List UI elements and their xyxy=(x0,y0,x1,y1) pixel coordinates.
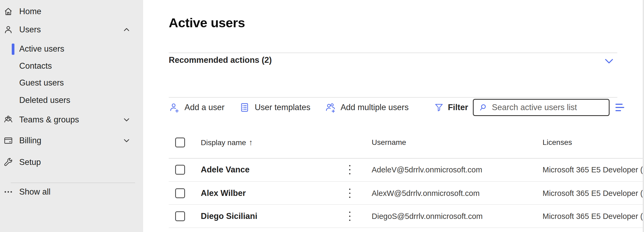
sidebar-item-label: Contacts xyxy=(19,61,52,71)
sidebar-item-label: Active users xyxy=(19,44,64,54)
table-row: Diego Siciliani DiegoS@5drrlv.onmicrosof… xyxy=(0,205,644,228)
add-multiple-users-label: Add multiple users xyxy=(340,103,409,112)
search-box[interactable] xyxy=(473,99,610,116)
user-templates-button[interactable]: User templates xyxy=(239,102,310,113)
people-icon xyxy=(3,115,13,125)
sidebar-item-label: Teams & groups xyxy=(19,115,79,125)
table-row: Adele Vance AdeleV@5drrlv.onmicrosoft.co… xyxy=(0,158,644,181)
sort-lines-icon[interactable] xyxy=(615,104,624,111)
chevron-down-icon[interactable] xyxy=(603,55,615,67)
toolbar-right-group: Filter xyxy=(434,99,624,116)
column-header-label: Display name xyxy=(201,138,246,147)
more-actions-kebab-icon[interactable] xyxy=(348,210,352,222)
add-multiple-users-button[interactable]: Add multiple users xyxy=(325,102,409,113)
sidebar-item-teams-groups[interactable]: Teams & groups xyxy=(0,112,143,127)
add-user-label: Add a user xyxy=(184,103,225,112)
display-name-cell[interactable]: Adele Vance xyxy=(201,165,250,175)
sidebar-item-active-users[interactable]: Active users xyxy=(0,41,143,56)
search-input[interactable] xyxy=(491,102,605,113)
row-checkbox[interactable] xyxy=(175,165,185,175)
row-divider xyxy=(169,227,644,228)
page-title: Active users xyxy=(169,15,245,30)
column-header-username[interactable]: Username xyxy=(372,138,406,147)
sidebar-item-users[interactable]: Users xyxy=(0,22,143,37)
user-templates-label: User templates xyxy=(255,103,310,112)
funnel-icon xyxy=(434,102,444,113)
add-user-button[interactable]: Add a user xyxy=(169,102,225,113)
scrollbar-track[interactable] xyxy=(643,0,644,232)
search-icon xyxy=(478,102,488,113)
chevron-down-icon[interactable] xyxy=(122,115,131,125)
table-row: Alex Wilber AlexW@5drrlv.onmicrosoft.com… xyxy=(0,182,644,205)
sidebar-item-label: Users xyxy=(19,25,41,34)
people-add-icon xyxy=(325,102,336,113)
username-cell: AlexW@5drrlv.onmicrosoft.com xyxy=(372,189,480,198)
licenses-cell: Microsoft 365 E5 Developer (withou xyxy=(543,212,644,221)
sidebar-item-deleted-users[interactable]: Deleted users xyxy=(0,93,143,108)
display-name-cell[interactable]: Alex Wilber xyxy=(201,188,246,198)
column-header-display-name[interactable]: Display name↑ xyxy=(201,138,253,147)
selected-indicator xyxy=(12,44,14,55)
licenses-cell: Microsoft 365 E5 Developer (withou xyxy=(543,189,644,198)
section-divider xyxy=(169,52,617,53)
row-checkbox[interactable] xyxy=(175,188,185,198)
sidebar-item-label: Guest users xyxy=(19,78,64,88)
person-add-icon xyxy=(169,102,180,113)
sidebar-item-label: Deleted users xyxy=(19,95,70,105)
filter-label: Filter xyxy=(448,103,468,112)
column-header-licenses[interactable]: Licenses xyxy=(543,138,572,147)
row-checkbox[interactable] xyxy=(175,211,185,221)
filter-button[interactable]: Filter xyxy=(434,102,468,113)
select-all-checkbox[interactable] xyxy=(175,138,185,148)
licenses-cell: Microsoft 365 E5 Developer (withou xyxy=(543,165,644,174)
sidebar-item-label: Home xyxy=(19,7,41,16)
username-cell: DiegoS@5drrlv.onmicrosoft.com xyxy=(372,212,483,221)
more-actions-kebab-icon[interactable] xyxy=(348,187,352,199)
recommended-actions-header: Recommended actions (2) xyxy=(169,55,272,65)
home-icon xyxy=(3,6,13,17)
more-actions-kebab-icon[interactable] xyxy=(348,164,352,176)
user-icon xyxy=(3,25,13,35)
username-cell: AdeleV@5drrlv.onmicrosoft.com xyxy=(372,165,482,174)
sort-ascending-icon: ↑ xyxy=(249,138,253,147)
sidebar-item-home[interactable]: Home xyxy=(0,4,143,19)
sidebar-item-guest-users[interactable]: Guest users xyxy=(0,75,143,90)
display-name-cell[interactable]: Diego Siciliani xyxy=(201,211,257,221)
table-header: Display name↑ Username Licenses xyxy=(0,135,644,150)
user-template-icon xyxy=(239,102,250,113)
section-divider xyxy=(169,97,617,98)
sidebar-item-contacts[interactable]: Contacts xyxy=(0,59,143,74)
chevron-up-icon[interactable] xyxy=(122,25,131,34)
toolbar: Add a user User templates Add multiple u… xyxy=(169,99,616,116)
